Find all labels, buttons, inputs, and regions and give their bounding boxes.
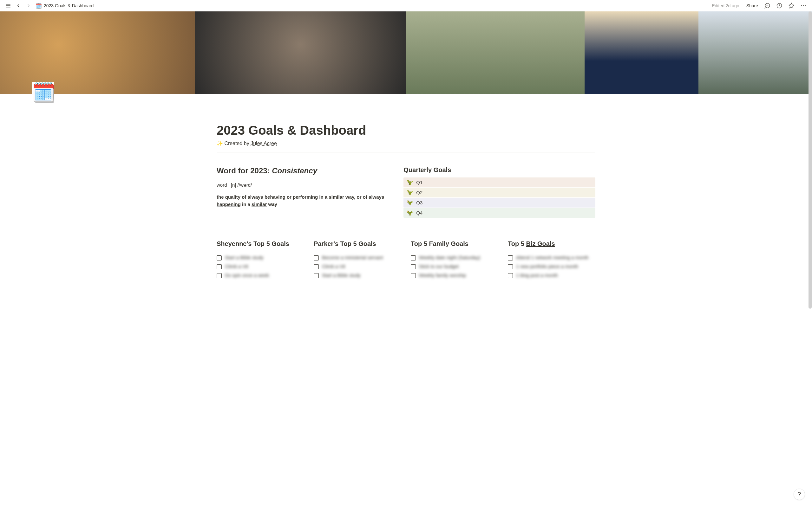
todo-item[interactable]: Stick to our budget bbox=[411, 264, 498, 269]
checkbox[interactable] bbox=[314, 273, 319, 278]
word-heading[interactable]: Word for 2023: Consistency bbox=[217, 166, 391, 175]
page-content: 2023 Goals & Dashboard ✨ Created by Jule… bbox=[217, 94, 595, 294]
checkbox[interactable] bbox=[508, 264, 513, 269]
author-link[interactable]: Jules Acree bbox=[251, 141, 277, 146]
todo-item[interactable]: Start a Bible study bbox=[314, 273, 401, 278]
checkbox[interactable] bbox=[411, 273, 416, 278]
more-icon[interactable] bbox=[799, 1, 808, 10]
quarter-link-q1[interactable]: 🦖Q1 bbox=[403, 177, 595, 187]
goal-column-2: Top 5 Family Goals Weekly date night (Sa… bbox=[411, 240, 498, 281]
checkbox[interactable] bbox=[411, 264, 416, 269]
todo-item[interactable]: Weekly date night (Saturday) bbox=[411, 255, 498, 261]
svg-point-9 bbox=[805, 5, 806, 6]
share-button[interactable]: Share bbox=[745, 2, 760, 9]
scrollbar[interactable] bbox=[809, 11, 812, 294]
svg-point-8 bbox=[803, 5, 804, 6]
svg-point-7 bbox=[801, 5, 802, 6]
todo-item[interactable]: Attend 1 network meeting a month bbox=[508, 255, 595, 261]
goal-column-3: Top 5 Biz Goals Attend 1 network meeting… bbox=[508, 240, 595, 281]
todo-item[interactable]: Start a Bible study bbox=[217, 255, 304, 261]
goal-heading[interactable]: Parker's Top 5 Goals bbox=[314, 240, 384, 250]
sparkle-icon: ✨ bbox=[217, 141, 223, 146]
page-title-breadcrumb: 2023 Goals & Dashboard bbox=[44, 3, 94, 8]
checkbox[interactable] bbox=[217, 264, 222, 269]
comments-icon[interactable] bbox=[763, 1, 772, 10]
todo-item[interactable]: 1 blog post a month bbox=[508, 273, 595, 278]
history-icon[interactable] bbox=[774, 1, 784, 10]
dino-icon: 🦖 bbox=[407, 179, 413, 185]
topbar: 🗓️ 2023 Goals & Dashboard Edited 2d ago … bbox=[0, 0, 812, 11]
todo-item[interactable]: Become a ministerial servant bbox=[314, 255, 401, 261]
checkbox[interactable] bbox=[217, 256, 222, 261]
goal-heading[interactable]: Top 5 Biz Goals bbox=[508, 240, 577, 250]
checkbox[interactable] bbox=[314, 256, 319, 261]
breadcrumb[interactable]: 🗓️ 2023 Goals & Dashboard bbox=[36, 3, 94, 9]
star-icon[interactable] bbox=[786, 1, 796, 10]
topbar-right: Edited 2d ago Share bbox=[712, 1, 808, 10]
goal-column-0: Sheyenne's Top 5 Goals Start a Bible stu… bbox=[217, 240, 304, 281]
back-icon[interactable] bbox=[14, 1, 23, 10]
goal-column-1: Parker's Top 5 Goals Become a ministeria… bbox=[314, 240, 401, 281]
dino-icon: 🦖 bbox=[407, 200, 413, 206]
quarter-link-q2[interactable]: 🦖Q2 bbox=[403, 187, 595, 198]
hamburger-icon[interactable] bbox=[4, 1, 13, 10]
todo-item[interactable]: Weekly family worship bbox=[411, 273, 498, 278]
definition[interactable]: the quality of always behaving or perfor… bbox=[217, 193, 391, 208]
todo-item[interactable]: Climb a V8 bbox=[217, 264, 304, 269]
checkbox[interactable] bbox=[508, 256, 513, 261]
dino-icon: 🦖 bbox=[407, 189, 413, 195]
todo-item[interactable]: Do spin once a week bbox=[217, 273, 304, 278]
scrollbar-thumb[interactable] bbox=[809, 11, 812, 294]
page-icon-small: 🗓️ bbox=[36, 3, 42, 9]
checkbox[interactable] bbox=[314, 264, 319, 269]
checkbox[interactable] bbox=[217, 273, 222, 278]
created-by-prefix: Created by bbox=[224, 141, 251, 146]
svg-marker-6 bbox=[789, 3, 794, 8]
edited-label: Edited 2d ago bbox=[712, 3, 739, 8]
created-by-line: ✨ Created by Jules Acree bbox=[217, 140, 595, 153]
quarter-link-q3[interactable]: 🦖Q3 bbox=[403, 198, 595, 208]
page-icon-large[interactable]: 🗓️ bbox=[32, 82, 54, 104]
page-title[interactable]: 2023 Goals & Dashboard bbox=[217, 123, 595, 138]
forward-icon bbox=[24, 1, 33, 10]
dino-icon: 🦖 bbox=[407, 210, 413, 216]
todo-item[interactable]: 1 new portfolio piece a month bbox=[508, 264, 595, 269]
quarter-link-q4[interactable]: 🦖Q4 bbox=[403, 208, 595, 218]
quarterly-heading[interactable]: Quarterly Goals bbox=[403, 166, 595, 174]
pronunciation[interactable]: word | [n] //wərd/ bbox=[217, 182, 391, 188]
checkbox[interactable] bbox=[508, 273, 513, 278]
goal-heading[interactable]: Sheyenne's Top 5 Goals bbox=[217, 240, 289, 250]
todo-item[interactable]: Climb a V8 bbox=[314, 264, 401, 269]
cover-image[interactable] bbox=[0, 11, 812, 94]
checkbox[interactable] bbox=[411, 256, 416, 261]
goal-heading[interactable]: Top 5 Family Goals bbox=[411, 240, 480, 250]
